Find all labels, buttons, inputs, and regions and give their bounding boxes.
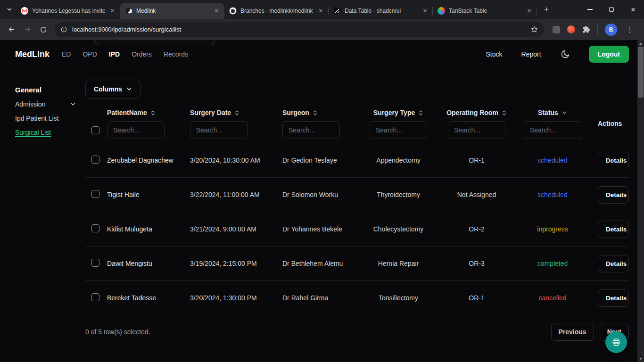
tab-close-icon[interactable]: ✕ xyxy=(317,7,325,15)
details-button[interactable]: Details xyxy=(598,289,629,307)
print-fab-button[interactable] xyxy=(605,331,627,353)
tab-close-icon[interactable]: ✕ xyxy=(525,7,533,15)
scrollbar-thumb[interactable] xyxy=(638,47,644,98)
scrollbar-track[interactable] xyxy=(637,47,644,355)
status-badge: inprogress xyxy=(517,225,588,233)
tab-github[interactable]: Branches · medlinkk/medlink ✕ xyxy=(224,3,329,19)
nav-report[interactable]: Report xyxy=(521,50,541,58)
tab-shadcn[interactable]: Data Table - shadcn/ui ✕ xyxy=(329,3,433,19)
tab-gmail[interactable]: Yohannes Legessu has invite ✕ xyxy=(16,3,120,19)
column-header-surgeon[interactable]: Surgeon xyxy=(282,108,361,117)
address-bar[interactable]: localhost:3000/ipd/admission/surgicallis… xyxy=(55,22,544,37)
patientname-search-input[interactable] xyxy=(107,121,165,139)
extensions-area: B ⋮ xyxy=(548,24,640,36)
column-header-patientname[interactable]: PatientName xyxy=(107,108,190,117)
medlink-page: MedLink ED OPD IPD Orders Records Stock … xyxy=(0,40,644,362)
bookmark-star-icon[interactable] xyxy=(530,25,538,33)
column-header-operating-room[interactable]: Operating Room xyxy=(436,108,517,117)
app-header: MedLink ED OPD IPD Orders Records Stock … xyxy=(0,43,644,66)
nav-ed[interactable]: ED xyxy=(62,50,71,58)
scroll-down-arrow[interactable] xyxy=(637,355,644,362)
surgery-date-search-input[interactable] xyxy=(190,121,248,139)
surgeon-search-input[interactable] xyxy=(282,121,340,139)
tab-close-icon[interactable]: ✕ xyxy=(213,7,221,15)
tab-medlink-active[interactable]: Medlink ✕ xyxy=(120,3,224,19)
shadcn-favicon-icon xyxy=(333,7,341,15)
forward-button[interactable] xyxy=(20,22,35,37)
sort-icon xyxy=(502,110,507,116)
tab-close-icon[interactable]: ✕ xyxy=(421,7,429,15)
patient-name-cell: Kidist Mulugeta xyxy=(107,225,190,233)
column-header-surgery-date[interactable]: Surgery Date xyxy=(190,108,282,117)
details-button[interactable]: Details xyxy=(598,152,629,169)
sidebar-group-admission[interactable]: Admission xyxy=(15,100,85,108)
status-badge: cancelled xyxy=(517,294,588,302)
nav-opd[interactable]: OPD xyxy=(83,50,97,58)
table-row: Tigist Haile 3/22/2024, 11:00:00 AM Dr S… xyxy=(85,178,629,212)
status-badge: scheduled xyxy=(517,156,588,164)
url-text[interactable]: localhost:3000/ipd/admission/surgicallis… xyxy=(72,26,526,33)
github-favicon-icon xyxy=(229,7,237,15)
nav-orders[interactable]: Orders xyxy=(132,50,152,58)
surgeon-cell: Dr Gedion Tesfaye xyxy=(282,156,361,164)
table-row: Zerubabel Dagnachew 3/20/2024, 10:30:00 … xyxy=(85,143,629,178)
row-checkbox[interactable] xyxy=(91,259,99,267)
sidebar-group-label: Admission xyxy=(15,100,46,108)
nav-stock[interactable]: Stock xyxy=(486,50,503,58)
surgeon-cell: Dr Yohannes Bekele xyxy=(282,225,361,233)
sidebar-item-ipd-patient-list[interactable]: Ipd Patient List xyxy=(15,115,85,122)
row-checkbox[interactable] xyxy=(91,190,99,198)
surgery-type-cell: Appendectomy xyxy=(361,156,436,164)
extension-red-icon[interactable] xyxy=(567,25,575,33)
tab-list-chevron-button[interactable] xyxy=(4,4,15,15)
scroll-up-arrow[interactable] xyxy=(637,40,644,47)
chevron-down-icon xyxy=(126,86,132,92)
columns-dropdown-button[interactable]: Columns xyxy=(85,80,140,99)
maximize-icon xyxy=(609,7,614,12)
surgery-type-cell: Thyroidectomy xyxy=(361,191,436,198)
extension-gray-icon[interactable] xyxy=(553,26,560,33)
select-all-checkbox[interactable] xyxy=(91,126,99,134)
browser-menu-button[interactable]: ⋮ xyxy=(624,25,636,34)
site-info-icon[interactable] xyxy=(60,26,67,33)
row-checkbox[interactable] xyxy=(91,293,99,301)
theme-toggle-button[interactable] xyxy=(560,49,570,59)
toolbar-divider xyxy=(597,25,598,34)
chevron-down-icon xyxy=(70,101,76,107)
logout-button[interactable]: Logout xyxy=(589,46,629,63)
nav-records[interactable]: Records xyxy=(164,50,188,58)
surgery-type-search-input[interactable] xyxy=(370,121,427,139)
details-button[interactable]: Details xyxy=(598,186,629,204)
operating-room-search-input[interactable] xyxy=(448,121,505,139)
tab-close-icon[interactable]: ✕ xyxy=(108,7,116,15)
printer-icon xyxy=(611,337,621,347)
extensions-puzzle-icon[interactable] xyxy=(582,25,590,33)
details-button[interactable]: Details xyxy=(598,221,629,238)
details-button[interactable]: Details xyxy=(598,255,629,272)
column-header-status[interactable]: Status xyxy=(517,108,588,117)
window-close-button[interactable]: ✕ xyxy=(622,0,644,19)
maximize-button[interactable] xyxy=(601,0,622,19)
tab-tanstack[interactable]: TanStack Table ✕ xyxy=(433,3,537,19)
back-button[interactable] xyxy=(4,22,19,37)
table-footer: 0 of 5 row(s) selected. Previous Next xyxy=(85,323,629,341)
medlink-logo[interactable]: MedLink xyxy=(15,49,50,59)
status-badge: completed xyxy=(517,260,588,267)
sidebar: General Admission Ipd Patient List Surgi… xyxy=(15,80,85,341)
surgery-date-cell: 3/20/2024, 1:30:00 PM xyxy=(190,294,282,302)
sidebar-item-surgical-list[interactable]: Surgical List xyxy=(15,129,85,136)
nav-ipd[interactable]: IPD xyxy=(109,50,120,58)
row-checkbox[interactable] xyxy=(91,224,99,232)
tab-title: Data Table - shadcn/ui xyxy=(345,8,417,14)
page-scrollbar[interactable] xyxy=(637,40,644,362)
new-tab-button[interactable]: + xyxy=(540,3,553,16)
profile-avatar[interactable]: B xyxy=(605,24,617,36)
row-checkbox[interactable] xyxy=(91,156,99,164)
status-search-input[interactable] xyxy=(524,121,581,139)
operating-room-cell: OR-2 xyxy=(436,225,517,233)
page-content: General Admission Ipd Patient List Surgi… xyxy=(0,80,644,341)
column-header-surgery-type[interactable]: Surgery Type xyxy=(361,108,436,117)
minimize-button[interactable] xyxy=(579,0,601,19)
reload-button[interactable] xyxy=(36,22,51,37)
previous-page-button[interactable]: Previous xyxy=(551,323,594,341)
